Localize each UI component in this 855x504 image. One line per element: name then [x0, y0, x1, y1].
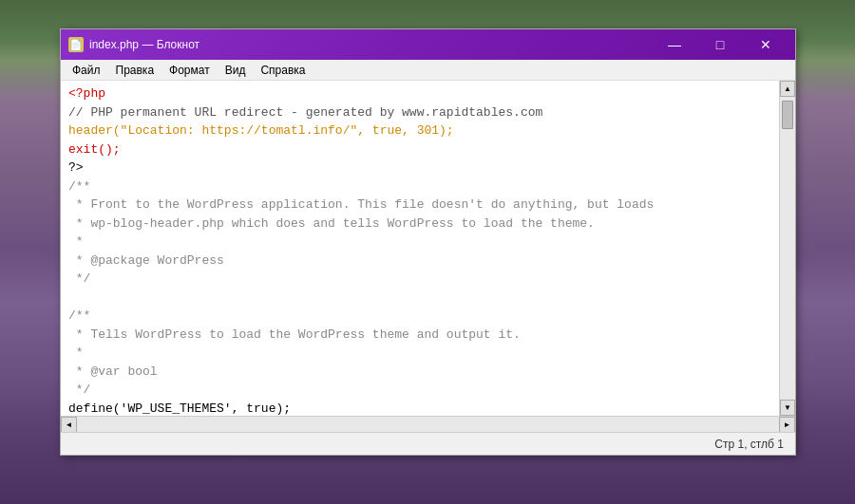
scroll-right-button[interactable]: ► — [779, 417, 795, 433]
window-title: index.php — Блокнот — [89, 38, 653, 51]
vertical-scrollbar[interactable]: ▲ ▼ — [779, 81, 795, 416]
scroll-left-button[interactable]: ◄ — [61, 417, 77, 433]
title-bar: 📄 index.php — Блокнот — □ ✕ — [61, 29, 795, 60]
editor-content[interactable]: <?php // PHP permanent URL redirect - ge… — [61, 81, 779, 416]
menu-bar: Файл Правка Формат Вид Справка — [61, 60, 795, 81]
menu-edit[interactable]: Правка — [108, 62, 162, 79]
status-bar: Стр 1, стлб 1 — [61, 432, 795, 455]
scroll-down-button[interactable]: ▼ — [780, 400, 795, 416]
scroll-track — [780, 97, 795, 400]
menu-file[interactable]: Файл — [65, 62, 108, 79]
minimize-button[interactable]: — — [653, 29, 696, 60]
maximize-button[interactable]: □ — [698, 29, 742, 60]
menu-format[interactable]: Формат — [162, 62, 218, 79]
app-icon: 📄 — [68, 37, 84, 52]
scroll-up-button[interactable]: ▲ — [780, 81, 795, 97]
menu-view[interactable]: Вид — [218, 62, 254, 79]
menu-help[interactable]: Справка — [253, 62, 313, 79]
window-controls: — □ ✕ — [653, 29, 788, 60]
scroll-thumb[interactable] — [782, 101, 793, 129]
close-button[interactable]: ✕ — [744, 29, 788, 60]
editor-area: <?php // PHP permanent URL redirect - ge… — [61, 81, 795, 416]
status-text: Стр 1, стлб 1 — [714, 438, 784, 451]
scroll-h-track — [77, 417, 779, 432]
horizontal-scrollbar-area: ◄ ► — [61, 416, 795, 432]
notepad-window: 📄 index.php — Блокнот — □ ✕ Файл Правка … — [60, 28, 796, 456]
